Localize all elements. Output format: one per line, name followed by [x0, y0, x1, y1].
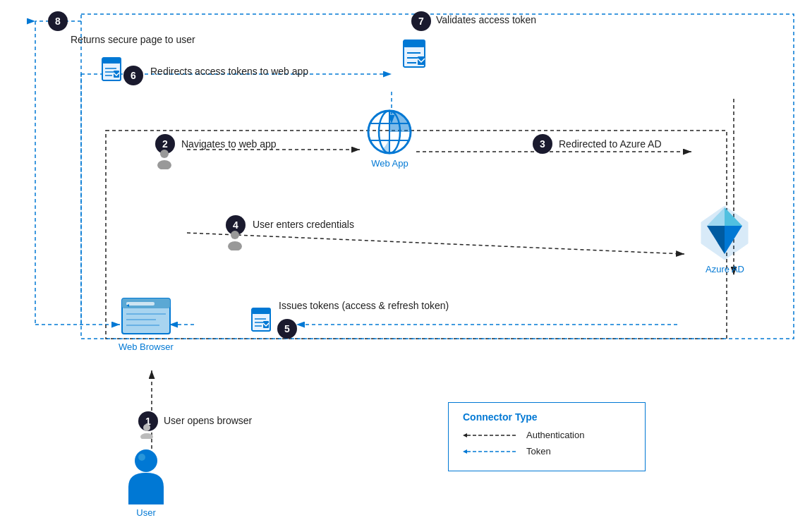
- step-label-2: Navigates to web app: [181, 138, 277, 150]
- legend-box: Connector Type Authentication Token: [448, 402, 646, 471]
- web-browser-label: Web Browser: [119, 341, 174, 352]
- svg-point-41: [228, 241, 242, 250]
- svg-point-34: [157, 160, 171, 169]
- step-label-1: User opens browser: [164, 415, 252, 426]
- legend-label-token: Token: [526, 446, 551, 457]
- step-badge-3: 3: [533, 134, 552, 154]
- step-badge-6: 6: [123, 66, 143, 85]
- svg-rect-55: [126, 302, 155, 306]
- azure-ad-label: Azure AD: [706, 264, 744, 274]
- user-label: User: [136, 507, 155, 518]
- step-label-7: Validates access token: [436, 14, 536, 25]
- person-icon-4: [224, 229, 246, 250]
- legend-title: Connector Type: [463, 411, 631, 423]
- svg-point-40: [231, 231, 239, 239]
- step-badge-8: 8: [48, 11, 68, 31]
- step-label-8: Returns secure page to user: [71, 34, 195, 45]
- svg-point-60: [143, 424, 150, 431]
- svg-point-63: [138, 454, 145, 461]
- step-badge-7: 7: [411, 11, 431, 31]
- legend-row-token: Token: [463, 446, 631, 457]
- diagram-container: 8 Returns secure page to user 7 Validate…: [0, 0, 805, 532]
- person-icon-step1: [138, 423, 155, 439]
- step-label-5: Issues tokens (access & refresh token): [279, 300, 449, 311]
- web-app-icon: Web App: [367, 109, 413, 169]
- web-browser-icon: Web Browser: [119, 293, 174, 352]
- svg-point-62: [135, 449, 157, 472]
- svg-line-10: [187, 233, 684, 254]
- svg-rect-22: [404, 40, 425, 47]
- svg-rect-20: [81, 14, 794, 339]
- legend-row-auth: Authentication: [463, 430, 631, 440]
- web-app-label: Web App: [371, 158, 408, 169]
- svg-marker-64: [463, 433, 467, 437]
- user-icon: User: [121, 448, 171, 518]
- step-label-4: User enters credentials: [253, 219, 354, 230]
- person-icon-2: [154, 148, 175, 169]
- step-label-3: Redirected to Azure AD: [559, 138, 662, 150]
- svg-point-61: [140, 433, 153, 439]
- token-doc-icon-5: [250, 307, 273, 334]
- token-doc-icon-7: [402, 39, 429, 71]
- token-doc-icon-6: [101, 56, 123, 83]
- svg-point-33: [160, 150, 169, 158]
- legend-label-auth: Authentication: [526, 430, 584, 440]
- svg-rect-48: [252, 308, 270, 314]
- step-label-6: Redirects access tokens to web app: [150, 66, 308, 77]
- svg-rect-28: [102, 58, 121, 64]
- azure-ad-icon: Azure AD: [698, 205, 751, 274]
- svg-marker-66: [463, 449, 467, 454]
- svg-rect-26: [418, 56, 425, 65]
- step-badge-5: 5: [277, 319, 297, 339]
